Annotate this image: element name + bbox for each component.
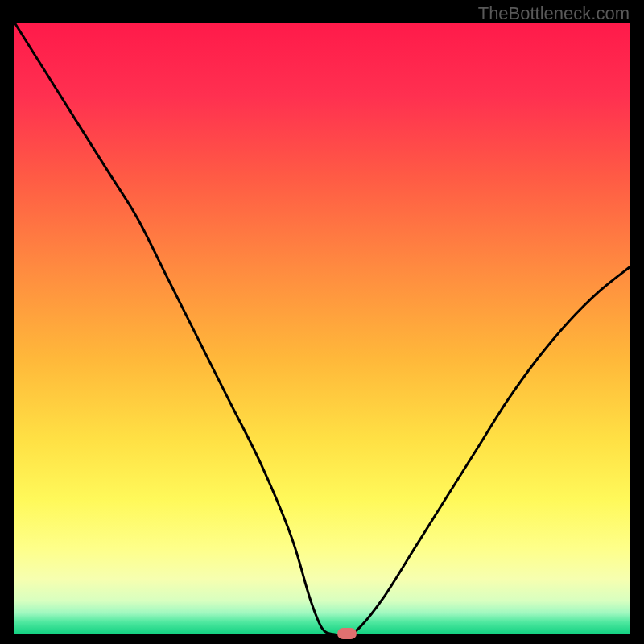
bottleneck-curve (14, 23, 630, 634)
chart-frame (14, 23, 630, 634)
watermark-text: TheBottleneck.com (478, 3, 630, 24)
plot-area (14, 23, 630, 634)
optimal-marker (337, 628, 357, 639)
